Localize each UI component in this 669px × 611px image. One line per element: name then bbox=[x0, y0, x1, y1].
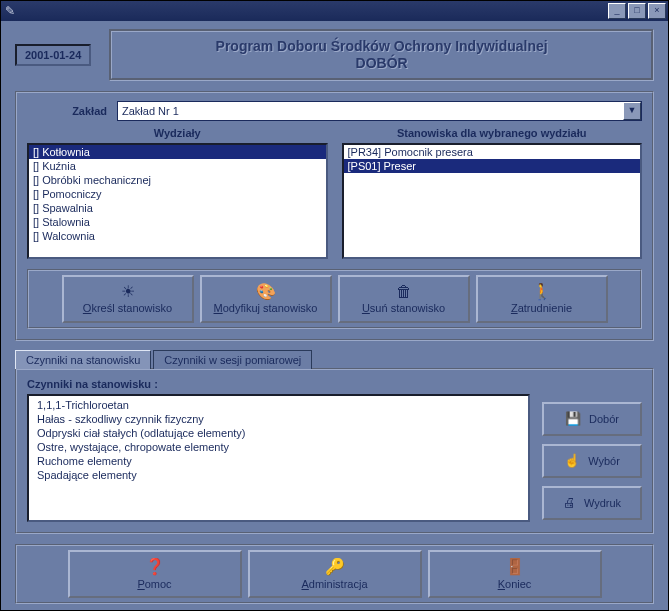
list-item[interactable]: [PS01] Preser bbox=[344, 159, 641, 173]
usun-label: Usuń stanowisko bbox=[362, 302, 445, 314]
list-item[interactable]: Spadające elementy bbox=[33, 468, 524, 482]
app-window: ✎ _ □ × 2001-01-24 Program Doboru Środkó… bbox=[0, 0, 669, 611]
side-buttons: 💾 Dobór ☝ Wybór 🖨 Wydruk bbox=[542, 394, 642, 520]
wydzialy-header: Wydziały bbox=[27, 127, 328, 139]
list-item[interactable]: [] Obróbki mechanicznej bbox=[29, 173, 326, 187]
edit-icon: 🎨 bbox=[256, 284, 276, 300]
okresl-button[interactable]: ☀ Określ stanowisko bbox=[62, 275, 194, 323]
action-button-row: ☀ Określ stanowisko 🎨 Modyfikuj stanowis… bbox=[27, 269, 642, 329]
list-item[interactable]: Ruchome elementy bbox=[33, 454, 524, 468]
tab-bar: Czynniki na stanowisku Czynniki w sesji … bbox=[15, 349, 654, 368]
wydruk-label: Wydruk bbox=[584, 497, 621, 509]
usun-button[interactable]: 🗑 Usuń stanowisko bbox=[338, 275, 470, 323]
okresl-label: Określ stanowisko bbox=[83, 302, 172, 314]
main-panel: Zakład Zakład Nr 1 ▼ Wydziały [] Kotłown… bbox=[15, 91, 654, 341]
key-icon: 🔑 bbox=[325, 557, 345, 576]
tab-czynniki-sesja[interactable]: Czynniki w sesji pomiarowej bbox=[153, 350, 312, 369]
maximize-button[interactable]: □ bbox=[628, 3, 646, 19]
disk-icon: 💾 bbox=[565, 411, 581, 426]
window-controls: _ □ × bbox=[608, 3, 666, 19]
printer-icon: 🖨 bbox=[563, 495, 576, 510]
wybor-button[interactable]: ☝ Wybór bbox=[542, 444, 642, 478]
close-button[interactable]: × bbox=[648, 3, 666, 19]
czynniki-listbox[interactable]: 1,1,1-TrichloroetanHałas - szkodliwy czy… bbox=[27, 394, 530, 522]
app-icon: ✎ bbox=[3, 4, 19, 18]
list-item[interactable]: Hałas - szkodliwy czynnik fizyczny bbox=[33, 412, 524, 426]
zaklad-label: Zakład bbox=[27, 105, 107, 117]
minimize-button[interactable]: _ bbox=[608, 3, 626, 19]
person-icon: 🚶 bbox=[532, 284, 552, 300]
zatrudnienie-button[interactable]: 🚶 Zatrudnienie bbox=[476, 275, 608, 323]
wydruk-button[interactable]: 🖨 Wydruk bbox=[542, 486, 642, 520]
zaklad-select[interactable]: Zakład Nr 1 ▼ bbox=[117, 101, 642, 121]
list-item[interactable]: [] Spawalnia bbox=[29, 201, 326, 215]
koniec-label: Koniec bbox=[498, 578, 532, 590]
pomoc-button[interactable]: ❓ Pomoc bbox=[68, 550, 242, 598]
date-display: 2001-01-24 bbox=[15, 44, 91, 66]
trash-icon: 🗑 bbox=[396, 284, 412, 300]
pomoc-label: Pomoc bbox=[137, 578, 171, 590]
modyfikuj-label: Modyfikuj stanowisko bbox=[214, 302, 318, 314]
dobor-button[interactable]: 💾 Dobór bbox=[542, 402, 642, 436]
czynniki-title: Czynniki na stanowisku : bbox=[27, 378, 642, 390]
koniec-button[interactable]: 🚪 Koniec bbox=[428, 550, 602, 598]
titlebar: ✎ _ □ × bbox=[1, 1, 668, 21]
list-item[interactable]: [] Kotłownia bbox=[29, 145, 326, 159]
banner-line1: Program Doboru Środków Ochrony Indywidua… bbox=[116, 38, 647, 55]
wybor-label: Wybór bbox=[588, 455, 620, 467]
list-item[interactable]: [] Walcownia bbox=[29, 229, 326, 243]
app-banner: Program Doboru Środków Ochrony Indywidua… bbox=[109, 29, 654, 81]
modyfikuj-button[interactable]: 🎨 Modyfikuj stanowisko bbox=[200, 275, 332, 323]
list-item[interactable]: Ostre, wystające, chropowate elementy bbox=[33, 440, 524, 454]
tab-czynniki-stanowisko[interactable]: Czynniki na stanowisku bbox=[15, 350, 151, 369]
dobor-label: Dobór bbox=[589, 413, 619, 425]
hand-icon: ☝ bbox=[564, 453, 580, 468]
help-icon: ❓ bbox=[145, 557, 165, 576]
admin-button[interactable]: 🔑 Administracja bbox=[248, 550, 422, 598]
tab-pane: Czynniki na stanowisku : 1,1,1-Trichloro… bbox=[15, 368, 654, 534]
dropdown-icon[interactable]: ▼ bbox=[623, 102, 641, 120]
banner-line2: DOBÓR bbox=[116, 55, 647, 72]
list-item[interactable]: [] Pomocniczy bbox=[29, 187, 326, 201]
stanowiska-listbox[interactable]: [PR34] Pomocnik presera[PS01] Preser bbox=[342, 143, 643, 259]
list-item[interactable]: [PR34] Pomocnik presera bbox=[344, 145, 641, 159]
zatrudnienie-label: Zatrudnienie bbox=[511, 302, 572, 314]
list-item[interactable]: Odpryski ciał stałych (odlatujące elemen… bbox=[33, 426, 524, 440]
admin-label: Administracja bbox=[301, 578, 367, 590]
bottom-button-row: ❓ Pomoc 🔑 Administracja 🚪 Koniec bbox=[15, 544, 654, 604]
list-item[interactable]: 1,1,1-Trichloroetan bbox=[33, 398, 524, 412]
zaklad-selected: Zakład Nr 1 bbox=[118, 105, 623, 117]
list-item[interactable]: [] Stalownia bbox=[29, 215, 326, 229]
sun-icon: ☀ bbox=[121, 284, 135, 300]
stanowiska-header: Stanowiska dla wybranego wydziału bbox=[342, 127, 643, 139]
exit-icon: 🚪 bbox=[505, 557, 525, 576]
wydzialy-listbox[interactable]: [] Kotłownia[] Kuźnia[] Obróbki mechanic… bbox=[27, 143, 328, 259]
list-item[interactable]: [] Kuźnia bbox=[29, 159, 326, 173]
